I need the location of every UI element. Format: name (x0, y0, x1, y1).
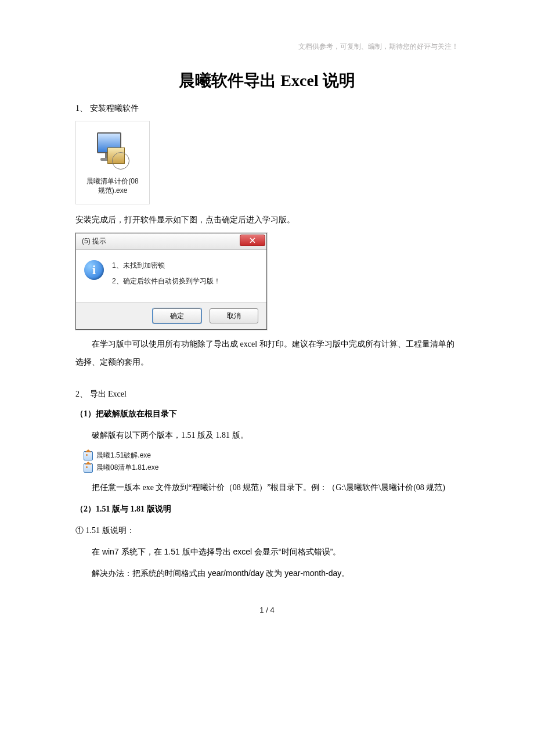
exe-file-row[interactable]: 晨曦08清单1.81.exe (84, 462, 459, 474)
section-2-sub2-item1-p2: 解决办法：把系统的时间格式由 year/month/day 改为 year-mo… (75, 564, 459, 582)
ok-button[interactable]: 确定 (153, 308, 201, 323)
exe-file-label: 晨曦1.51破解.exe (96, 449, 151, 462)
installer-file-label: 晨曦清单计价(08 规范).exe (86, 177, 138, 196)
dialog-titlebar: (5) 提示 (76, 233, 266, 250)
exe-file-label: 晨曦08清单1.81.exe (96, 462, 158, 474)
after-install-text: 安装完成后，打开软件显示如下图，点击确定后进入学习版。 (75, 211, 459, 229)
section-2-sub1-para2: 把任意一版本 exe 文件放到“程曦计价（08 规范）”根目录下。例：（G:\晨… (75, 479, 459, 497)
close-icon (250, 237, 255, 243)
installer-icon-block: 晨曦清单计价(08 规范).exe (75, 121, 151, 204)
dialog-footer: 确定 取消 (76, 302, 266, 329)
section-2-sub2-item1: ① 1.51 版说明： (75, 522, 459, 540)
close-button[interactable] (240, 235, 265, 246)
prompt-dialog: (5) 提示 i 1、未找到加密锁 2、确定后软件自动切换到学习版！ 确定 取消 (75, 233, 267, 330)
cancel-button[interactable]: 取消 (210, 308, 258, 323)
installer-graphic-icon (95, 132, 131, 168)
section-2-sub2: （2）1.51 版与 1.81 版说明 (75, 501, 459, 519)
exe-icon (84, 451, 93, 460)
section-2-heading: 2、 导出 Excel (75, 388, 459, 401)
installer-file-icon[interactable]: 晨曦清单计价(08 规范).exe (75, 121, 150, 204)
section-2-sub1: （1）把破解版放在根目录下 (75, 405, 459, 423)
dialog-body: i 1、未找到加密锁 2、确定后软件自动切换到学习版！ (76, 250, 266, 302)
dialog-line-2: 2、确定后软件自动切换到学习版！ (112, 273, 221, 289)
dialog-title-text: (5) 提示 (82, 236, 106, 246)
dialog-message: 1、未找到加密锁 2、确定后软件自动切换到学习版！ (112, 258, 221, 291)
section-2-sub1-para: 破解版有以下两个版本，1.51 版及 1.81 版。 (75, 427, 459, 445)
dialog-line-1: 1、未找到加密锁 (112, 258, 221, 273)
section-1-heading: 1、 安装程曦软件 (75, 102, 459, 115)
exe-file-list: 晨曦1.51破解.exe 晨曦08清单1.81.exe (84, 449, 459, 474)
exe-icon (84, 463, 93, 473)
info-icon: i (84, 260, 104, 280)
page-number: 1 / 4 (75, 606, 459, 614)
page-title: 晨曦软件导出 Excel 说明 (75, 70, 459, 92)
after-dialog-text: 在学习版中可以使用所有功能除了导出成 excel 和打印。建议在学习版中完成所有… (75, 336, 459, 372)
section-2-sub2-item1-p1: 在 win7 系统下，在 1.51 版中选择导出 excel 会显示“时间格式错… (75, 543, 459, 561)
exe-file-row[interactable]: 晨曦1.51破解.exe (84, 449, 459, 462)
header-note: 文档供参考，可复制、编制，期待您的好评与关注！ (298, 42, 459, 52)
